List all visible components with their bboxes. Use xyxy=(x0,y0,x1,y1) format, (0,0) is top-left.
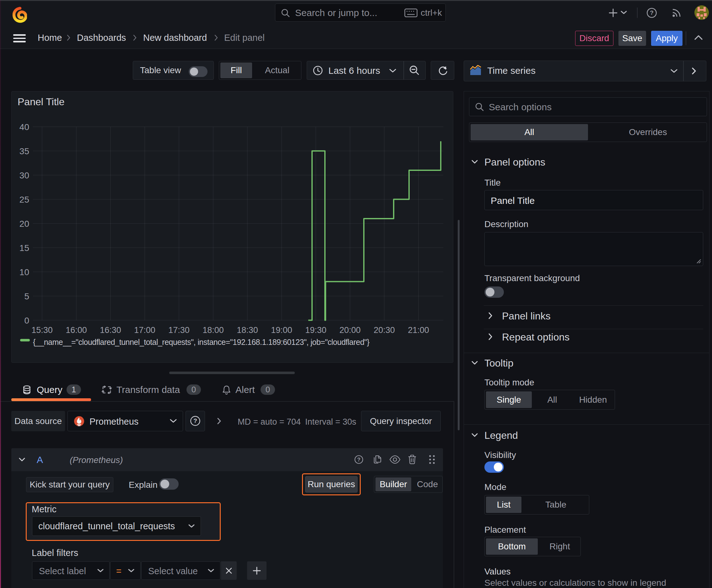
svg-text:0: 0 xyxy=(24,316,29,326)
svg-text:?: ? xyxy=(650,9,654,16)
svg-text:5: 5 xyxy=(24,292,29,301)
svg-text:17:30: 17:30 xyxy=(168,326,190,335)
svg-text:21:00: 21:00 xyxy=(408,326,429,335)
svg-text:18:00: 18:00 xyxy=(202,326,224,335)
svg-text:19:30: 19:30 xyxy=(305,326,326,335)
svg-text:16:30: 16:30 xyxy=(100,326,121,335)
svg-text:40: 40 xyxy=(19,122,29,132)
svg-text:15: 15 xyxy=(19,243,29,253)
svg-text:{__name__="cloudflared_tunnel_: {__name__="cloudflared_tunnel_total_requ… xyxy=(33,338,369,346)
svg-text:30: 30 xyxy=(19,171,29,180)
svg-text:25: 25 xyxy=(19,195,29,205)
svg-text:10: 10 xyxy=(19,267,29,277)
svg-text:17:00: 17:00 xyxy=(134,326,155,335)
svg-text:?: ? xyxy=(357,457,360,463)
svg-text:19:00: 19:00 xyxy=(271,326,292,335)
svg-text:20:30: 20:30 xyxy=(373,326,395,335)
svg-text:18:30: 18:30 xyxy=(237,326,258,335)
svg-text:15:30: 15:30 xyxy=(31,326,53,335)
svg-text:20:00: 20:00 xyxy=(339,326,361,335)
svg-text:35: 35 xyxy=(19,146,29,156)
svg-text:20: 20 xyxy=(19,219,29,229)
svg-text:?: ? xyxy=(193,417,197,424)
svg-text:16:00: 16:00 xyxy=(66,326,87,335)
